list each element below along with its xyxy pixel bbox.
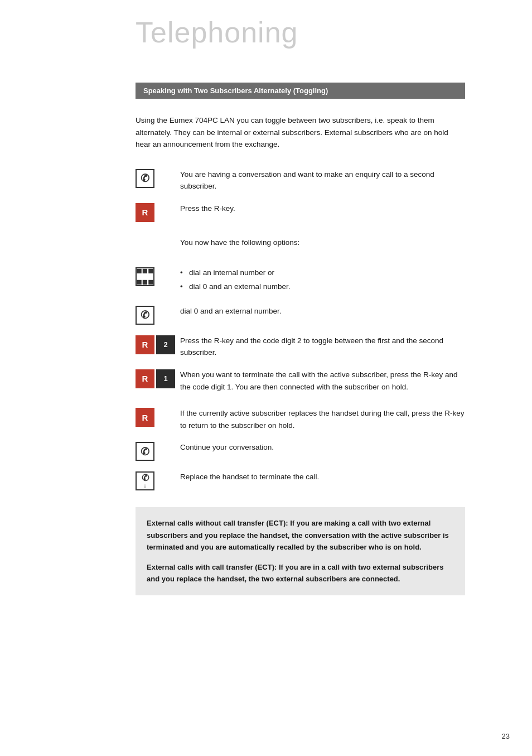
page-number: 23 — [502, 732, 510, 740]
step-text: If the currently active subscriber repla… — [180, 407, 465, 431]
icon-cell: R 2 — [136, 335, 180, 354]
step-row: ✆ dial 0 and an external number. — [136, 305, 465, 325]
list-item: dial 0 and an external number. — [180, 281, 465, 293]
icon-cell: ✆ — [136, 306, 180, 325]
r-key-icon-2: R — [136, 335, 154, 354]
step-text: When you want to terminate the call with… — [180, 369, 465, 393]
step-row: ✆ You are having a conversation and want… — [136, 168, 465, 192]
phone-icon-2: ✆ — [136, 306, 154, 325]
r-key-icon-3: R — [136, 369, 154, 388]
step-row: ✆ Continue your conversation. — [136, 441, 465, 461]
step-row: ✆ ↓ Replace the handset to terminate the… — [136, 471, 465, 490]
step-row: You now have the following options: — [136, 237, 465, 257]
note-text-2: External calls with call transfer (ECT):… — [147, 561, 454, 585]
step-row: R 1 When you want to terminate the call … — [136, 369, 465, 393]
step-row: R Press the R-key. — [136, 203, 465, 222]
icon-cell: R — [136, 408, 180, 427]
note-box: External calls without call transfer (EC… — [136, 507, 465, 595]
step-text: Continue your conversation. — [180, 441, 465, 454]
icon-cell: ■■■■■■ — [136, 267, 180, 286]
keypad-glyph: ■■■■■■ — [137, 266, 154, 288]
keypad-icon: ■■■■■■ — [136, 267, 154, 286]
step-text: Replace the handset to terminate the cal… — [180, 471, 465, 483]
content-area: Speaking with Two Subscribers Alternatel… — [0, 83, 532, 595]
phone-icon-3: ✆ — [136, 442, 154, 461]
phone-glyph-3: ✆ — [141, 445, 149, 458]
r-key-icon: R — [136, 203, 154, 222]
phone-glyph: ✆ — [141, 172, 149, 185]
options-text: You now have the following options: — [180, 237, 465, 249]
page-title: Telephoning — [0, 0, 532, 60]
step-text: You are having a conversation and want t… — [180, 168, 465, 192]
r-key-icon-4: R — [136, 408, 154, 427]
digit-2-icon: 2 — [156, 335, 175, 354]
digit-1-icon: 1 — [156, 369, 175, 388]
icon-cell: R — [136, 203, 180, 222]
icon-cell: ✆ ↓ — [136, 471, 180, 490]
step-text: Press the R-key. — [180, 203, 465, 215]
page: Telephoning Speaking with Two Subscriber… — [0, 0, 532, 756]
icon-cell: R 1 — [136, 369, 180, 388]
step-text: dial an internal number or dial 0 and an… — [180, 267, 465, 295]
icon-cell: ✆ — [136, 442, 180, 461]
note-text-1: External calls without call transfer (EC… — [147, 517, 454, 553]
step-text: Press the R-key and the code digit 2 to … — [180, 335, 465, 359]
replace-handset-icon: ✆ ↓ — [136, 471, 154, 490]
phone-icon: ✆ — [136, 169, 154, 188]
replace-glyph: ✆ ↓ — [142, 474, 149, 489]
intro-text: Using the Eumex 704PC LAN you can toggle… — [136, 114, 465, 151]
step-text: dial 0 and an external number. — [180, 305, 465, 317]
section-header: Speaking with Two Subscribers Alternatel… — [136, 83, 465, 99]
step-row: ■■■■■■ dial an internal number or dial 0… — [136, 267, 465, 295]
icon-cell: ✆ — [136, 169, 180, 188]
list-item: dial an internal number or — [180, 267, 465, 279]
bullet-list: dial an internal number or dial 0 and an… — [180, 267, 465, 293]
step-row: R 2 Press the R-key and the code digit 2… — [136, 335, 465, 359]
phone-glyph-2: ✆ — [141, 309, 149, 321]
step-row: R If the currently active subscriber rep… — [136, 407, 465, 431]
